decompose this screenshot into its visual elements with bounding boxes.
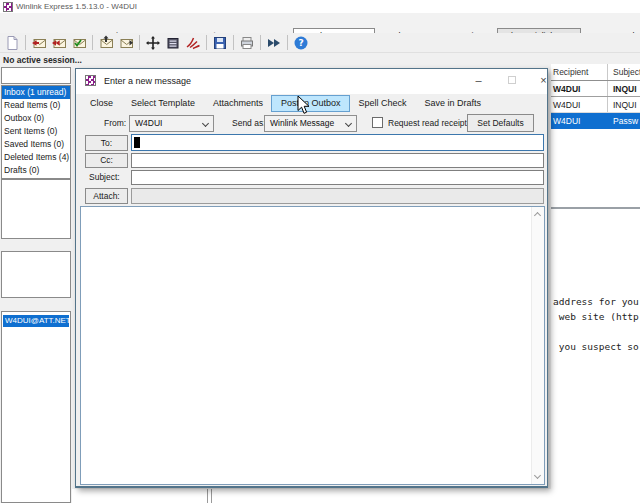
attach-input[interactable] [131, 188, 544, 204]
pane-splitter[interactable] [551, 207, 640, 209]
message-row[interactable]: W4DUIPassw [551, 113, 640, 129]
to-button[interactable]: To: [85, 135, 128, 151]
cell-subject: INQUI [608, 97, 640, 112]
compose-menu-select-template[interactable]: Select Template [122, 96, 204, 111]
chevron-down-icon [345, 120, 352, 127]
toolbar-separator [139, 35, 140, 50]
antenna-icon[interactable] [184, 35, 201, 51]
toolbar-separator [25, 35, 26, 50]
compose-menu-save-in-drafts[interactable]: Save in Drafts [416, 96, 491, 111]
cc-input[interactable] [131, 153, 544, 168]
toolbar-separator [287, 35, 288, 50]
folder-filter-box[interactable] [1, 67, 71, 84]
main-menubar: W4DUI Settings Message Attachments Move … [0, 13, 640, 33]
compose-titlebar[interactable]: Enter a new message – × [76, 69, 547, 94]
sidebar-item-saved-items-0[interactable]: Saved Items (0) [2, 138, 70, 151]
minimize-button[interactable]: – [463, 69, 494, 92]
chevron-down-icon [202, 120, 209, 127]
toolbar-separator [92, 35, 93, 50]
winlink-dialog-icon [85, 75, 96, 86]
envelope-reply-icon[interactable] [50, 35, 67, 51]
envelope-seal-icon[interactable] [117, 35, 134, 51]
cell-subject: Passw [608, 113, 640, 128]
print-icon[interactable] [238, 35, 255, 51]
subject-input[interactable] [131, 170, 544, 185]
cell-subject: INQUI [608, 81, 640, 96]
read-receipt-label: Request read receipt [388, 118, 467, 128]
mouse-cursor [297, 95, 310, 115]
envelope-lock-icon[interactable] [97, 35, 114, 51]
set-defaults-button[interactable]: Set Defaults [467, 114, 534, 132]
account-list: W4DUI@ATT.NET [1, 311, 71, 503]
message-list: W4DUIINQUIW4DUIINQUIW4DUIPassw [551, 81, 640, 129]
content-background [72, 489, 640, 503]
text-caret [134, 137, 140, 148]
help-icon[interactable]: ? [292, 35, 309, 51]
compose-menu-post-to-outbox[interactable]: Post to Outbox [272, 96, 350, 111]
contacts-panel[interactable] [1, 179, 71, 239]
message-row[interactable]: W4DUIINQUI [551, 81, 640, 97]
compose-menubar: CloseSelect TemplateAttachmentsPost to O… [77, 94, 547, 112]
window-title: Winlink Express 1.5.13.0 - W4DUI [16, 2, 137, 11]
compose-menu-close[interactable]: Close [81, 96, 122, 111]
forward-arrows-icon[interactable] [265, 35, 282, 51]
save-icon[interactable] [211, 35, 228, 51]
read-receipt-checkbox[interactable] [372, 117, 383, 128]
message-row[interactable]: W4DUIINQUI [551, 97, 640, 113]
toolbar-separator [206, 35, 207, 50]
compose-menu-attachments[interactable]: Attachments [204, 96, 272, 111]
main-titlebar: Winlink Express 1.5.13.0 - W4DUI [0, 0, 640, 13]
maximize-button[interactable] [496, 69, 527, 92]
message-list-header: Recipient Subject [551, 64, 640, 81]
account-item-w4dui-att-net[interactable]: W4DUI@ATT.NET [3, 315, 69, 327]
message-body-input[interactable] [80, 206, 545, 485]
subject-label: Subject: [89, 172, 120, 182]
folder-list: Inbox (1 unread)Read Items (0)Outbox (0)… [1, 85, 71, 179]
envelope-in-icon[interactable] [30, 35, 47, 51]
scroll-up-icon[interactable] [534, 212, 541, 219]
new-document-icon[interactable] [3, 35, 20, 51]
compose-menu-spell-check[interactable]: Spell Check [349, 96, 415, 111]
from-label: From: [104, 118, 126, 128]
reading-pane-text: address for you web site (http you suspe… [553, 294, 639, 354]
sidebar-item-inbox-1-unread[interactable]: Inbox (1 unread) [2, 86, 70, 99]
maximize-icon [508, 76, 516, 84]
pane-sash[interactable] [207, 489, 208, 503]
close-button[interactable]: × [528, 69, 559, 92]
attach-button[interactable]: Attach: [85, 188, 128, 204]
sidebar-item-drafts-0[interactable]: Drafts (0) [2, 164, 70, 177]
message-pane: Recipient Subject W4DUIINQUIW4DUIINQUIW4… [551, 64, 640, 503]
from-select[interactable]: W4DUI [129, 115, 214, 132]
to-input[interactable] [131, 134, 544, 151]
cell-recipient: W4DUI [551, 81, 608, 96]
keyboard-icon[interactable] [164, 35, 181, 51]
sidebar-item-sent-items-0[interactable]: Sent Items (0) [2, 125, 70, 138]
move-cross-icon[interactable] [144, 35, 161, 51]
svg-text:?: ? [298, 38, 303, 48]
sidebar-item-outbox-0[interactable]: Outbox (0) [2, 112, 70, 125]
session-status: No active session... [3, 55, 82, 65]
send-as-select[interactable]: Winlink Message [264, 115, 357, 132]
column-subject[interactable]: Subject [608, 64, 640, 80]
winlink-express-window: Winlink Express 1.5.13.0 - W4DUI W4DUI S… [0, 0, 640, 503]
sidebar-item-deleted-items-4[interactable]: Deleted Items (4) [2, 151, 70, 164]
cc-button[interactable]: Cc: [85, 153, 128, 168]
column-recipient[interactable]: Recipient [551, 64, 608, 80]
send-as-label: Send as: [232, 118, 266, 128]
body-scrollbar[interactable] [531, 207, 544, 484]
cell-recipient: W4DUI [551, 113, 608, 128]
main-toolbar: ? [0, 33, 640, 53]
winlink-app-icon [3, 2, 13, 12]
scroll-down-icon[interactable] [534, 472, 541, 479]
compose-dialog: Enter a new message – × CloseSelect Temp… [75, 68, 548, 488]
toolbar-separator [260, 35, 261, 50]
sidebar-item-read-items-0[interactable]: Read Items (0) [2, 99, 70, 112]
envelope-check-icon[interactable] [70, 35, 87, 51]
cell-recipient: W4DUI [551, 97, 608, 112]
compose-title: Enter a new message [104, 76, 191, 86]
toolbar-separator [233, 35, 234, 50]
pane-sash[interactable] [211, 489, 212, 503]
maps-panel[interactable] [1, 251, 71, 298]
